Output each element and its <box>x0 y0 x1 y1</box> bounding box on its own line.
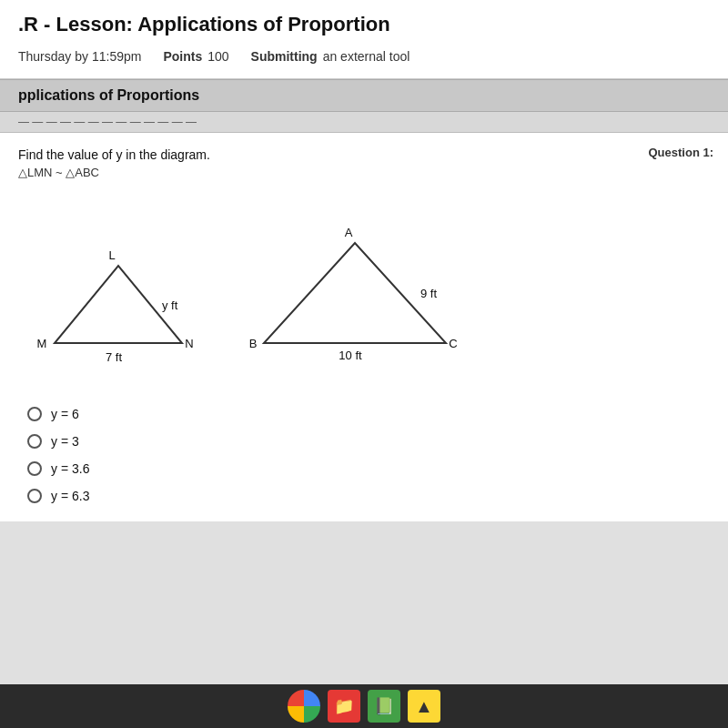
taskbar: 📁 📗 ▲ <box>0 684 728 728</box>
side-label-9ft: 9 ft <box>420 287 437 300</box>
choice-3[interactable]: y = 3.6 <box>27 461 710 476</box>
question-area: Question 1: Find the value of y in the d… <box>0 133 728 521</box>
choice-3-label: y = 3.6 <box>51 461 89 476</box>
choice-2-radio[interactable] <box>27 434 42 449</box>
label-B: B <box>249 337 258 350</box>
side-label-yft: y ft <box>162 298 178 312</box>
choice-4-label: y = 6.3 <box>51 489 89 503</box>
page-title: .R - Lesson: Applications of Proportion <box>18 13 710 36</box>
points-value: 100 <box>207 49 228 64</box>
base-label-10ft: 10 ft <box>339 349 362 362</box>
choice-1-label: y = 6 <box>51 407 79 421</box>
points-item: Points 100 <box>163 49 228 64</box>
triangle-abc: A B C 9 ft 10 ft <box>246 207 464 370</box>
submitting-item: Submitting an external tool <box>251 49 410 64</box>
label-L: L <box>108 248 115 262</box>
top-header: .R - Lesson: Applications of Proportion … <box>0 0 728 79</box>
label-M: M <box>37 337 47 350</box>
choice-4-radio[interactable] <box>27 489 42 503</box>
sub-bar-text: — — — — — — — — — — — — — <box>18 116 197 128</box>
triangle-lmn: L M N y ft 7 ft <box>27 225 209 370</box>
due-date-item: Thursday by 11:59pm <box>18 49 141 64</box>
taskbar-docs-icon[interactable]: 📗 <box>368 690 400 723</box>
taskbar-files-icon[interactable]: 📁 <box>328 690 360 723</box>
taskbar-chrome-icon[interactable] <box>288 690 320 723</box>
svg-marker-1 <box>264 243 446 343</box>
label-A: A <box>345 226 353 239</box>
question-number: Question 1: <box>648 146 713 159</box>
base-label-7ft: 7 ft <box>106 350 122 364</box>
choice-2-label: y = 3 <box>51 434 79 449</box>
question-similarity: △LMN ~ △ABC <box>18 166 710 179</box>
section-header: pplications of Proportions <box>0 79 728 112</box>
section-title: pplications of Proportions <box>18 87 199 103</box>
taskbar-triangle-icon[interactable]: ▲ <box>408 690 440 723</box>
points-label: Points <box>163 49 202 64</box>
submitting-value: an external tool <box>323 49 410 64</box>
sub-bar: — — — — — — — — — — — — — <box>0 112 728 133</box>
choice-1-radio[interactable] <box>27 407 42 421</box>
submitting-label: Submitting <box>251 49 318 64</box>
due-date-value: Thursday by 11:59pm <box>18 49 141 64</box>
choice-2[interactable]: y = 3 <box>27 434 710 449</box>
label-C: C <box>449 337 457 350</box>
answer-choices: y = 6y = 3y = 3.6y = 6.3 <box>18 407 710 503</box>
label-N: N <box>185 337 193 350</box>
choice-1[interactable]: y = 6 <box>27 407 710 421</box>
question-prompt: Find the value of y in the diagram. <box>18 147 710 162</box>
meta-bar: Thursday by 11:59pm Points 100 Submittin… <box>18 44 710 69</box>
choice-3-radio[interactable] <box>27 461 42 476</box>
choice-4[interactable]: y = 6.3 <box>27 489 710 503</box>
diagrams-container: L M N y ft 7 ft A B C 9 ft 10 ft <box>18 197 710 379</box>
